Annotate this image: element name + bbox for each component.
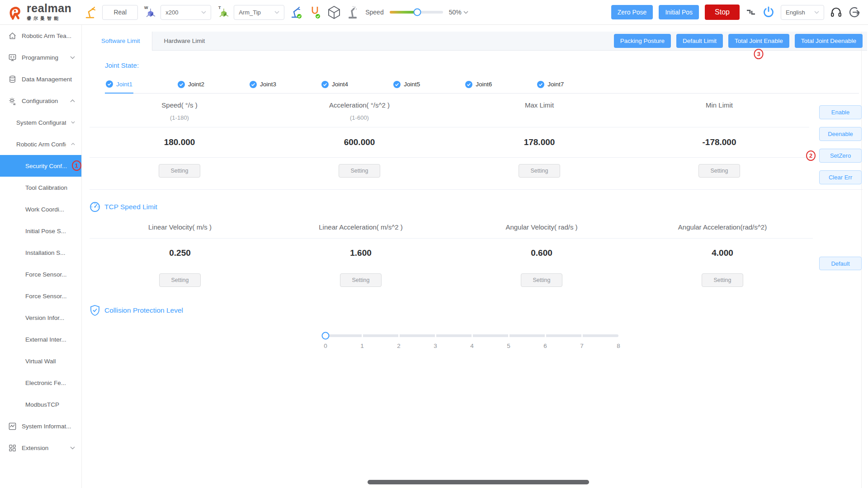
angular-velocity-setting-button[interactable]: Setting <box>521 273 562 287</box>
joint-tab-2[interactable]: Joint2 <box>177 76 205 93</box>
packing-posture-button[interactable]: Packing Posture <box>614 34 671 48</box>
column-header-angular-acceleration: Angular Acceleration(rad/s^2) <box>632 212 813 238</box>
linear-velocity-setting-button[interactable]: Setting <box>159 273 201 287</box>
sidebar-item-initial-pose[interactable]: Initial Pose S... <box>0 220 81 242</box>
tab-software-limit[interactable]: Software Limit <box>90 32 152 51</box>
joint-tab-3[interactable]: Joint3 <box>249 76 277 93</box>
slider-label-2[interactable]: 2 <box>397 343 401 349</box>
joint-tab-6[interactable]: Joint6 <box>464 76 493 93</box>
arm-connected-icon[interactable] <box>290 5 303 19</box>
joint-state-title: Joint State: <box>105 61 868 69</box>
speed-value-dropdown[interactable]: 50% <box>449 9 468 16</box>
sidebar-item-tool-calibration[interactable]: Tool Calibration <box>0 177 81 198</box>
default-limit-button[interactable]: Default Limit <box>676 34 723 48</box>
sidebar-item-extension[interactable]: Extension <box>0 437 81 459</box>
sidebar-item-electronic-fence[interactable]: Electronic Fe... <box>0 372 81 394</box>
sidebar-item-system-information[interactable]: System Informat... <box>0 415 81 437</box>
sidebar-item-work-coordinate[interactable]: Work Coordi... <box>0 198 81 220</box>
tool-coord-icon: T <box>217 5 231 19</box>
sidebar-item-robotic-arm-config[interactable]: Robotic Arm Config. <box>0 133 81 155</box>
max-limit-setting-button[interactable]: Setting <box>519 164 560 178</box>
total-joint-deenable-button[interactable]: Total Joint Deenable <box>795 34 863 48</box>
zero-pose-button[interactable]: Zero Pose <box>611 5 653 19</box>
sidebar-item-label: Force Sensor... <box>25 293 77 300</box>
setzero-label: SetZero <box>830 152 851 159</box>
power-icon[interactable] <box>762 6 775 19</box>
work-coord-select[interactable]: x200 <box>160 5 211 20</box>
total-joint-enable-button[interactable]: Total Joint Enable 3 <box>728 34 789 48</box>
tool-coord-select[interactable]: Arm_Tip <box>234 5 284 20</box>
speed-slider-handle[interactable] <box>414 9 421 16</box>
chevron-down-icon <box>463 11 468 14</box>
stop-button[interactable]: Stop <box>705 5 740 20</box>
column-header-speed: Speed( °/s ) <box>90 94 269 111</box>
deenable-button[interactable]: Deenable <box>819 127 862 141</box>
joint-tab-5[interactable]: Joint5 <box>392 76 421 93</box>
cube-icon[interactable] <box>327 5 341 19</box>
chevron-up-icon <box>71 143 75 145</box>
simulation-robot-icon[interactable] <box>347 5 359 19</box>
sidebar-item-configuration[interactable]: Configuration <box>0 90 81 112</box>
slider-label-5[interactable]: 5 <box>507 343 510 349</box>
slider-track[interactable] <box>326 334 618 337</box>
sidebar-item-virtual-wall[interactable]: Virtual Wall <box>0 350 81 372</box>
slider-label-0[interactable]: 0 <box>324 343 327 349</box>
joint-tab-7[interactable]: Joint7 <box>536 76 565 93</box>
speed-slider[interactable] <box>390 11 443 14</box>
sidebar-item-robotic-arm-teaching[interactable]: Robotic Arm Tea... <box>0 25 81 47</box>
speed-setting-button[interactable]: Setting <box>159 164 200 178</box>
headphones-icon[interactable] <box>830 6 842 19</box>
sidebar-item-label: Initial Pose S... <box>25 228 77 235</box>
cable-connected-icon[interactable] <box>309 5 321 19</box>
sidebar-item-system-configuration[interactable]: System Configuration <box>0 112 81 133</box>
tab-hardware-limit[interactable]: Hardware Limit <box>152 32 217 51</box>
initial-pos-button[interactable]: Initial Pos <box>659 5 699 19</box>
horizontal-scrollbar-thumb[interactable] <box>368 480 589 484</box>
range-hint-empty <box>629 111 809 127</box>
acceleration-setting-button[interactable]: Setting <box>339 164 380 178</box>
clear-err-button[interactable]: Clear Err <box>819 170 862 184</box>
check-circle-icon <box>537 81 544 88</box>
logout-icon[interactable] <box>848 6 861 19</box>
chevron-down-icon <box>274 11 279 14</box>
sidebar-item-force-sensor-2[interactable]: Force Sensor... <box>0 285 81 307</box>
enable-button[interactable]: Enable <box>819 105 862 119</box>
sidebar-item-label: Extension <box>22 445 65 451</box>
annotation-circle-1: 1 <box>72 160 81 171</box>
section-divider <box>90 189 863 190</box>
world-coord-icon: W <box>144 5 157 19</box>
collision-level-slider[interactable]: 0 1 2 3 4 5 6 7 8 <box>326 334 624 360</box>
joint-tab-label: Joint4 <box>332 81 348 88</box>
joint-align-icon[interactable] <box>745 7 756 18</box>
slider-label-8[interactable]: 8 <box>617 343 620 349</box>
min-limit-setting-button[interactable]: Setting <box>698 164 740 178</box>
sidebar-item-data-management[interactable]: Data Management <box>0 68 81 90</box>
sidebar-item-security-config[interactable]: Security Conf... 1 <box>0 155 81 177</box>
slider-handle[interactable] <box>322 332 330 340</box>
tcp-default-button[interactable]: Default <box>819 257 862 270</box>
angular-acceleration-setting-button[interactable]: Setting <box>702 273 743 287</box>
mode-button[interactable]: Real <box>102 5 138 20</box>
collision-protection-header: Collision Protection Level <box>90 305 868 316</box>
setzero-button[interactable]: SetZero 2 <box>819 149 862 163</box>
sidebar-item-external-interface[interactable]: External Inter... <box>0 328 81 350</box>
joint-tab-1[interactable]: Joint1 <box>105 76 133 94</box>
language-select[interactable]: English <box>781 5 824 20</box>
slider-label-6[interactable]: 6 <box>543 343 547 349</box>
linear-acceleration-setting-button[interactable]: Setting <box>340 273 382 287</box>
sidebar-item-label: System Informat... <box>22 423 77 430</box>
sidebar-item-installation-setting[interactable]: Installation S... <box>0 242 81 263</box>
slider-label-4[interactable]: 4 <box>470 343 474 349</box>
chevron-down-icon <box>201 11 206 14</box>
sidebar-item-force-sensor-1[interactable]: Force Sensor... <box>0 263 81 285</box>
joint-tab-4[interactable]: Joint4 <box>321 76 349 93</box>
slider-label-1[interactable]: 1 <box>360 343 364 349</box>
sidebar-item-programming[interactable]: Programming <box>0 47 81 68</box>
slider-label-3[interactable]: 3 <box>434 343 437 349</box>
total-joint-enable-label: Total Joint Enable <box>735 38 783 44</box>
joint-limit-headers: Speed( °/s ) Acceleration( °/s^2 ) Max L… <box>90 94 809 127</box>
sidebar-item-modbustcp[interactable]: ModbusTCP <box>0 394 81 415</box>
sidebar-item-version-information[interactable]: Version Infor... <box>0 307 81 328</box>
tcp-settings: Setting Setting Setting Setting <box>90 267 813 293</box>
slider-label-7[interactable]: 7 <box>580 343 584 349</box>
